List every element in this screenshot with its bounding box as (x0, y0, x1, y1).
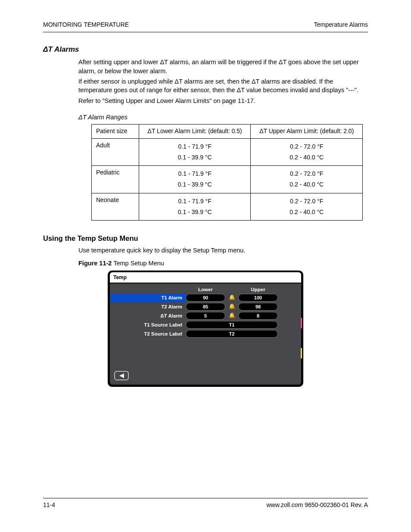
ranges-row3-lower-line1: 0.1 - 71.9 °F (143, 196, 246, 207)
setup-menu-title: Using the Temp Setup Menu (43, 233, 368, 243)
ranges-row1-upper-line1: 0.2 - 72.0 °F (255, 141, 358, 152)
footer-docid: www.zoll.com 9650-002360-01 Rev. A (266, 501, 368, 510)
ranges-row3-lower-line2: 0.1 - 39.9 °C (143, 207, 246, 218)
t2-source-value[interactable]: T2 (186, 330, 278, 338)
ranges-th-upper: ΔT Upper Alarm Limit: (default: 2.0) (251, 124, 363, 139)
t1-source-value[interactable]: T1 (186, 321, 278, 329)
header-rule (43, 32, 368, 32)
ranges-row2-label: Pediatric (92, 166, 139, 193)
bell-icon[interactable]: 🔔 (225, 294, 238, 301)
ranges-row1-label: Adult (92, 138, 139, 165)
section-title-dt-alarms: ΔT Alarms (43, 44, 368, 55)
doc-header-left: MONITORING TEMPERATURE (43, 21, 129, 29)
figure-label: Figure 11-2 (78, 260, 112, 267)
col-header-upper: Upper (238, 286, 278, 293)
arrow-left-icon: ◀ (119, 371, 124, 380)
row-t2-source-label[interactable]: T2 Source Label (110, 330, 186, 337)
bell-icon[interactable]: 🔔 (225, 303, 238, 310)
doc-header-right: Temperature Alarms (314, 21, 368, 29)
dt-alarm-lower[interactable]: 5 (186, 312, 225, 320)
ranges-row2-upper-line1: 0.2 - 72.0 °F (255, 168, 358, 179)
ranges-row1-lower-line1: 0.1 - 71.9 °F (143, 141, 246, 152)
ranges-row3-label: Neonate (92, 193, 139, 220)
ranges-row2-lower-line1: 0.1 - 71.9 °F (143, 168, 246, 179)
row-dt-alarm-label[interactable]: ΔT Alarm (110, 312, 186, 319)
ranges-row3-upper-line2: 0.2 - 40.0 °C (255, 207, 358, 218)
dt-paragraph-1: After setting upper and lower ΔT alarms,… (78, 58, 368, 75)
back-button[interactable]: ◀ (114, 371, 129, 380)
edge-marker-pink (301, 318, 302, 328)
setup-para: Use temperature quick key to display the… (78, 246, 368, 255)
bell-icon[interactable]: 🔔 (225, 312, 238, 319)
ranges-table: Patient size ΔT Lower Alarm Limit: (defa… (91, 124, 363, 221)
t2-alarm-lower[interactable]: 85 (186, 303, 225, 311)
ranges-row1-upper-line2: 0.2 - 40.0 °C (255, 152, 358, 163)
row-t2-alarm-label[interactable]: T2 Alarm (110, 303, 186, 310)
figure-caption: Temp Setup Menu (113, 260, 164, 267)
ranges-row1-lower-line2: 0.1 - 39.9 °C (143, 152, 246, 163)
dt-paragraph-3: Refer to "Setting Upper and Lower Alarm … (78, 96, 368, 105)
tab-temp[interactable]: Temp (110, 272, 301, 283)
row-t1-alarm-label[interactable]: T1 Alarm (110, 293, 186, 302)
t1-alarm-lower[interactable]: 90 (186, 294, 225, 302)
dt-paragraph-2: If either sensor is unplugged while ΔT a… (78, 77, 368, 95)
row-t1-source-label[interactable]: T1 Source Label (110, 321, 186, 328)
col-header-lower: Lower (186, 286, 225, 293)
ranges-th-lower: ΔT Lower Alarm Limit: (default: 0.5) (139, 124, 251, 139)
ranges-title: ΔT Alarm Ranges (78, 113, 368, 121)
ranges-row2-upper-line2: 0.2 - 40.0 °C (255, 179, 358, 190)
ranges-row2-lower-line2: 0.1 - 39.9 °C (143, 179, 246, 190)
dt-alarm-upper[interactable]: 8 (238, 312, 278, 320)
t2-alarm-upper[interactable]: 98 (238, 303, 278, 311)
ranges-row3-upper-line1: 0.2 - 72.0 °F (255, 196, 358, 207)
edge-marker-yellow (301, 348, 302, 358)
t1-alarm-upper[interactable]: 100 (238, 294, 278, 302)
ranges-th-patient-size: Patient size (92, 124, 139, 139)
footer-pageno: 11-4 (43, 501, 55, 510)
temp-setup-screenshot: Temp Lower Upper T1 Alarm 90 🔔 100 T2 Al… (108, 271, 303, 387)
